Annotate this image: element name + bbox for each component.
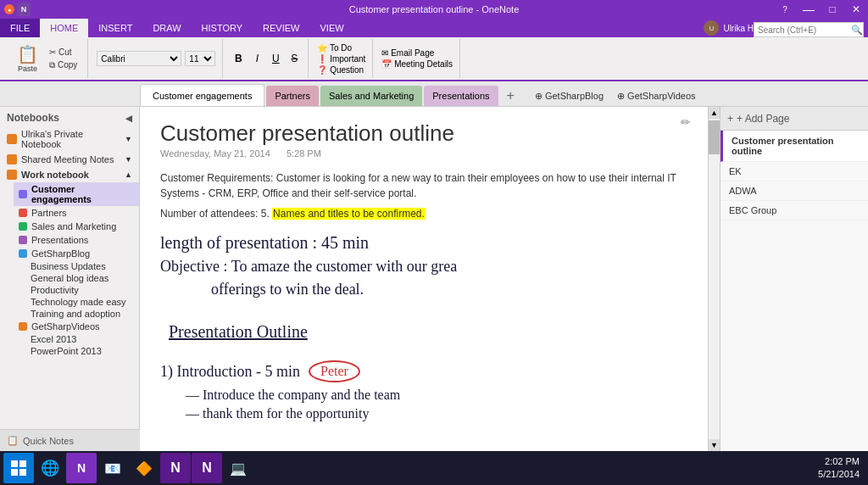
notebook-shared[interactable]: Shared Meeting Notes ▼: [0, 152, 139, 167]
subsection-business[interactable]: Business Updates: [27, 260, 139, 272]
taskbar-icon7[interactable]: 💻: [223, 453, 253, 483]
quick-notes[interactable]: 📋 Quick Notes: [0, 429, 140, 451]
search-icon[interactable]: 🔍: [851, 25, 863, 36]
taskbar-icon3[interactable]: 📧: [97, 453, 128, 483]
copy-btn[interactable]: ⧉ Copy: [46, 59, 81, 71]
scroll-up-btn[interactable]: ▲: [709, 107, 721, 119]
section-getsharpvideos[interactable]: GetSharpVideos: [14, 320, 139, 333]
cut-btn[interactable]: ✂ Cut: [46, 47, 81, 58]
hw-line2: Objective : To amaze the customer with o…: [160, 258, 687, 276]
handwriting-area: length of presentation : 45 min Objectiv…: [160, 233, 687, 421]
subsection-powerpoint[interactable]: PowerPoint 2013: [27, 345, 139, 357]
tag1-btn[interactable]: ⭐ To Do: [317, 43, 365, 53]
tab-insert[interactable]: INSERT: [88, 19, 142, 37]
subsection-tech[interactable]: Technology made easy: [27, 296, 139, 308]
section-customer[interactable]: Customer engagements: [14, 182, 139, 206]
collapse-icon[interactable]: ◀: [125, 114, 132, 123]
section-getsharpblog[interactable]: GetSharpBlog: [14, 247, 139, 260]
taskbar: 🌐 N 📧 🔶 N N 💻 2:02 PM 5/21/2014: [0, 451, 868, 485]
hw-line6: — Introduce the company and the team: [186, 387, 687, 403]
arrow-icon-shared: ▼: [125, 155, 132, 164]
taskbar-time: 2:02 PM 5/21/2014: [818, 455, 865, 482]
cut-icon: ✂: [49, 47, 56, 57]
scroll-down-btn[interactable]: ▼: [709, 439, 721, 451]
tag2-btn[interactable]: ❗ Important: [317, 54, 365, 64]
tab-review[interactable]: REVIEW: [253, 19, 309, 37]
minimize-btn[interactable]: —: [797, 0, 821, 19]
nb-tab-getsharppvideos[interactable]: ⊕ GetSharpVideos: [610, 86, 703, 106]
search-area: 🔍: [754, 22, 864, 37]
taskbar-icon6[interactable]: N: [192, 453, 222, 483]
content-area: ✏ Customer presentation outline Wednesda…: [140, 107, 720, 451]
start-btn[interactable]: [3, 453, 34, 483]
page-date: Wednesday, May 21, 2014: [160, 148, 270, 159]
taskbar-onenote[interactable]: N: [66, 453, 97, 483]
notebooks-header: Notebooks ◀: [0, 107, 139, 126]
nb-tab-customer[interactable]: Customer engagements: [140, 84, 264, 106]
hw-line1: length of presentation : 45 min: [160, 233, 687, 253]
window-controls: ? — □ ✕: [773, 0, 868, 19]
plus-icon: +: [727, 113, 733, 125]
hw-line3: offerings to win the deal.: [211, 281, 687, 298]
page-item-main[interactable]: Customer presentation outline: [721, 131, 868, 162]
nb-tab-presentations[interactable]: Presentations: [424, 86, 498, 106]
paste-btn[interactable]: 📋 Paste: [12, 42, 43, 75]
page-content[interactable]: ✏ Customer presentation outline Wednesda…: [140, 107, 708, 451]
ribbon-group-clipboard: 📋 Paste ✂ Cut ⧉ Copy: [5, 39, 88, 78]
svg-rect-3: [19, 469, 26, 476]
subsection-training[interactable]: Training and adoption: [27, 308, 139, 320]
quick-notes-icon: 📋: [7, 435, 19, 446]
tab-history[interactable]: HISTORY: [192, 19, 253, 37]
font-selector[interactable]: Calibri: [97, 51, 181, 66]
taskbar-icon4[interactable]: 🔶: [129, 453, 159, 483]
nb-tab-getsharpblog[interactable]: ⊕ GetSharpBlog: [528, 86, 610, 106]
tab-draw[interactable]: DRAW: [142, 19, 191, 37]
maximize-btn[interactable]: □: [821, 0, 844, 19]
ie-btn[interactable]: 🌐: [35, 453, 65, 483]
email-page-btn[interactable]: ✉ Email Page: [381, 48, 453, 58]
nb-tab-partners[interactable]: Partners: [266, 86, 319, 106]
hw-line5: 1) Introduction - 5 min Peter: [160, 360, 687, 382]
page-meta: Wednesday, May 21, 2014 5:28 PM: [160, 148, 687, 159]
section-partners[interactable]: Partners: [14, 206, 139, 220]
page-item-adwa[interactable]: ADWA: [721, 181, 868, 201]
circled-name: Peter: [309, 360, 360, 382]
strikethrough-btn[interactable]: S: [286, 50, 303, 67]
subsection-blog[interactable]: General blog ideas: [27, 272, 139, 284]
notebook-ulrika[interactable]: Ulrika's Private Notebook ▼: [0, 126, 139, 152]
paste-icon: 📋: [17, 44, 38, 64]
page-title: Customer presentation outline: [160, 120, 687, 147]
italic-btn[interactable]: I: [248, 50, 265, 67]
nb-tab-add[interactable]: +: [500, 86, 521, 106]
section-sales[interactable]: Sales and Marketing: [14, 220, 139, 233]
sidebar: Notebooks ◀ Ulrika's Private Notebook ▼ …: [0, 107, 140, 451]
scroll-thumb[interactable]: [709, 120, 721, 154]
edit-icon[interactable]: ✏: [681, 115, 691, 129]
arrow-icon: ▼: [125, 135, 132, 143]
highlighted-text: Names and titles to be confirmed.: [272, 208, 426, 220]
help-icon[interactable]: ?: [773, 0, 797, 19]
bold-btn[interactable]: B: [230, 50, 247, 67]
nb-tab-sales[interactable]: Sales and Marketing: [320, 86, 422, 106]
taskbar-icon5[interactable]: N: [160, 453, 191, 483]
subsection-excel[interactable]: Excel 2013: [27, 333, 139, 345]
page-item-ebc[interactable]: EBC Group: [721, 201, 868, 220]
tag3-btn[interactable]: ❓ Question: [317, 65, 365, 75]
ribbon-group-tags: ⭐ To Do ❗ Important ❓ Question: [310, 39, 373, 78]
underline-btn[interactable]: U: [267, 50, 284, 67]
scrollbar[interactable]: ▲ ▼: [708, 107, 720, 451]
search-input[interactable]: [758, 25, 851, 35]
meeting-notes-btn[interactable]: 📅 Meeting Details: [381, 59, 453, 69]
svg-rect-1: [19, 460, 26, 467]
notebook-work[interactable]: Work notebook ▲: [0, 167, 139, 182]
font-size-selector[interactable]: 11: [185, 51, 215, 66]
tab-file[interactable]: FILE: [0, 19, 40, 37]
tab-home[interactable]: HOME: [40, 19, 88, 37]
section-presentations[interactable]: Presentations: [14, 233, 139, 247]
add-page-btn[interactable]: + + Add Page: [721, 107, 868, 131]
close-btn[interactable]: ✕: [844, 0, 868, 19]
page-item-ek[interactable]: EK: [721, 162, 868, 181]
ribbon-group-email: ✉ Email Page 📅 Meeting Details: [375, 39, 460, 78]
tab-view[interactable]: VIEW: [309, 19, 353, 37]
subsection-productivity[interactable]: Productivity: [27, 284, 139, 296]
